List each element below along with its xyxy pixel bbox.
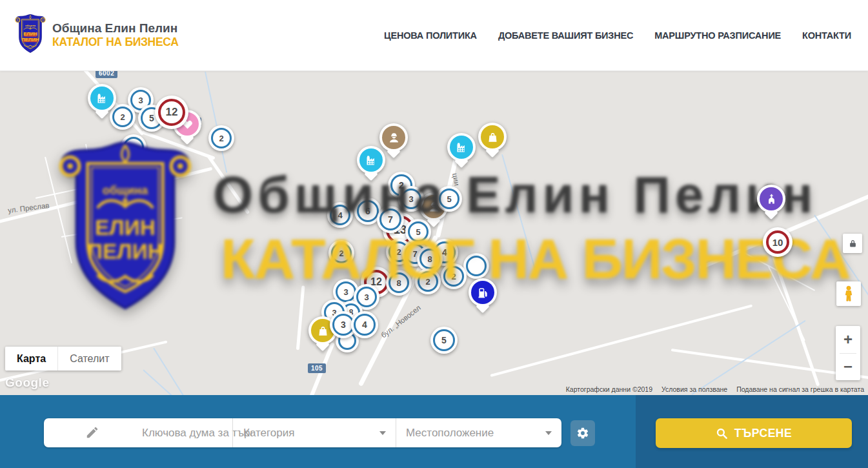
search-button-label: ТЪРСЕНЕ [734,427,792,440]
pin-bag-marker[interactable] [478,123,507,151]
cluster-marker[interactable]: 5 [430,327,458,354]
page: община ЕЛИН ПЕЛИН Община Елин Пелин КАТА… [0,0,868,468]
main-nav: ЦЕНОВА ПОЛИТИКАДОБАВЕТЕ ВАШИЯТ БИЗНЕСМАР… [384,30,851,41]
google-logo[interactable]: Google [5,376,49,390]
zoom-in-button[interactable]: + [836,327,860,353]
search-icon [716,427,728,440]
nav-item-1[interactable]: ЦЕНОВА ПОЛИТИКА [384,30,477,41]
category-select-value: Категория [243,427,294,440]
gear-icon [576,427,589,440]
lock-button[interactable] [843,234,862,253]
map-type-map-button[interactable]: Карта [5,347,57,371]
pencil-icon [85,425,99,442]
pin-church-marker[interactable] [757,185,785,213]
street-view-pegman-button[interactable] [836,281,861,306]
pin-factory-marker[interactable] [447,133,476,161]
map-type-control: Карта Сателит [5,347,121,371]
cluster-marker[interactable]: 2 [208,125,234,151]
stream-line [153,347,199,395]
pegman-icon [842,285,856,302]
site-subtitle: КАТАЛОГ НА БИЗНЕСА [52,36,179,50]
map-canvas[interactable]: 6002105ул. Преславбул. „Новоселции 32512… [0,71,868,395]
search-input-group: Категория Местоположение [44,418,561,447]
category-select[interactable]: Категория [232,418,396,447]
chevron-down-icon [379,431,386,435]
watermark-subtitle: КАТАЛОГ НА БИЗНЕСА [221,226,850,292]
map-attribution: Картографски данни ©2019 Условия за полз… [566,385,864,393]
nav-item-4[interactable]: КОНТАКТИ [802,30,851,41]
road-shield: 105 [308,363,326,373]
svg-text:ПЕЛИН: ПЕЛИН [21,36,39,42]
watermark-title: Община Елин Пелин [213,165,818,225]
search-button[interactable]: ТЪРСЕНЕ [656,418,852,448]
road-shield: 6002 [96,71,117,78]
svg-text:община: община [103,183,148,197]
zoom-out-button[interactable]: − [836,354,860,380]
location-select[interactable]: Местоположение [396,418,561,447]
location-select-value: Местоположение [406,427,494,440]
lock-icon [848,239,858,249]
watermark-crest: община ЕЛИН ПЕЛИН [56,138,195,321]
advanced-settings-button[interactable] [570,420,595,446]
pin-worker-marker[interactable] [379,123,408,152]
cluster-marker[interactable]: 4 [351,311,378,338]
road-line [296,285,305,350]
stream-line [691,320,805,395]
attribution-terms-link[interactable]: Условия за ползване [661,385,727,393]
attribution-copyright: Картографски данни ©2019 [566,385,652,393]
svg-text:ЕЛИН: ЕЛИН [95,216,156,239]
svg-text:община: община [25,23,36,26]
cluster-marker[interactable]: 12 [155,96,188,129]
site-logo-link[interactable]: община ЕЛИН ПЕЛИН Община Елин Пелин КАТА… [14,14,179,57]
svg-text:ПЕЛИН: ПЕЛИН [87,239,163,263]
search-bar-right: ТЪРСЕНЕ [636,395,868,468]
cluster-marker[interactable]: 10 [763,227,792,257]
zoom-control: + − [836,326,860,380]
map-type-satellite-button[interactable]: Сателит [57,347,121,371]
search-bar-left: Категория Местоположение [0,395,636,468]
svg-text:ЕЛИН: ЕЛИН [23,31,37,37]
nav-item-2[interactable]: ДОБАВЕТЕ ВАШИЯТ БИЗНЕС [498,30,633,41]
search-bar: Категория Местоположение ТЪРСЕНЕ [0,395,868,468]
attribution-report-link[interactable]: Подаване на сигнал за грешка в картата [736,385,864,393]
cluster-marker[interactable]: 2 [110,104,136,130]
pin-fuel-marker[interactable] [469,278,497,307]
header: община ЕЛИН ПЕЛИН Община Елин Пелин КАТА… [0,0,868,71]
keyword-section [44,418,232,447]
pin-factory-marker[interactable] [88,84,116,112]
nav-item-3[interactable]: МАРШРУТНО РАЗПИСАНИЕ [654,30,781,41]
chevron-down-icon [545,431,552,435]
road-line [490,304,752,377]
municipality-crest-icon: община ЕЛИН ПЕЛИН [14,14,46,57]
site-title: Община Елин Пелин [52,21,179,36]
